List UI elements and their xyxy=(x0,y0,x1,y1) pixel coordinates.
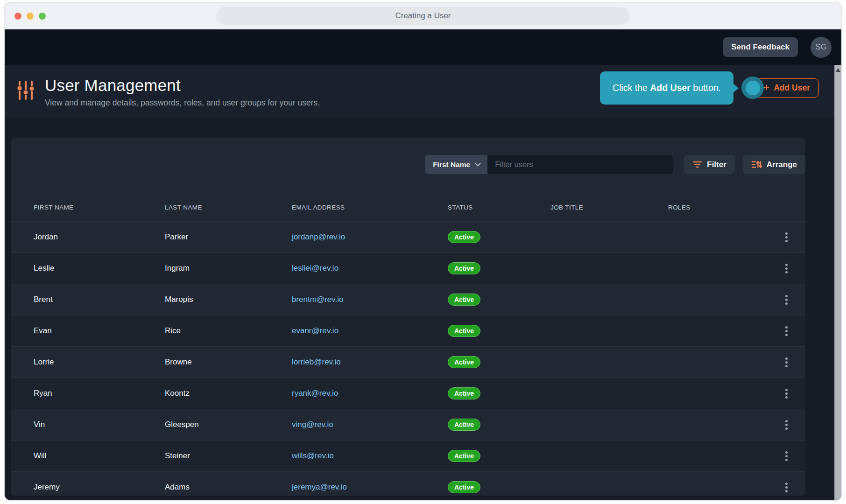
table-row: Evan Rice evanr@rev.io Active xyxy=(11,315,805,346)
cell-last-name: Parker xyxy=(165,232,292,242)
row-actions-kebab-button[interactable] xyxy=(783,355,790,370)
email-link[interactable]: lorrieb@rev.io xyxy=(292,357,341,366)
cell-last-name: Maropis xyxy=(165,295,292,304)
chevron-down-icon xyxy=(475,162,481,167)
tour-tooltip: Click the Add User button. xyxy=(600,71,733,105)
minimize-window-button[interactable] xyxy=(27,13,34,20)
add-user-label: Add User xyxy=(774,83,810,93)
filter-button[interactable]: Filter xyxy=(684,155,735,174)
cell-first-name: Jeremy xyxy=(34,483,165,492)
row-actions-kebab-button[interactable] xyxy=(783,323,790,339)
close-window-button[interactable] xyxy=(14,13,21,20)
row-actions-kebab-button[interactable] xyxy=(783,448,790,464)
cell-first-name: Jordan xyxy=(34,232,165,242)
filter-button-label: Filter xyxy=(707,160,726,169)
table-row: Will Steiner wills@rev.io Active xyxy=(11,440,805,471)
cell-first-name: Brent xyxy=(34,295,165,304)
status-badge: Active xyxy=(448,325,480,337)
tooltip-highlight: Add User xyxy=(650,83,691,93)
arrange-button-label: Arrange xyxy=(767,160,797,169)
status-badge: Active xyxy=(448,387,480,399)
page-title-text: Creating a User xyxy=(395,11,451,21)
vertical-scrollbar[interactable] xyxy=(834,65,841,500)
status-badge: Active xyxy=(448,262,480,274)
email-link[interactable]: jeremya@rev.io xyxy=(292,483,347,491)
email-link[interactable]: lesliei@rev.io xyxy=(292,264,338,273)
header-status: STATUS xyxy=(448,204,550,211)
row-actions-kebab-button[interactable] xyxy=(783,292,790,308)
table-body: Jordan Parker jordanp@rev.io Active Lesl… xyxy=(11,221,805,496)
table-row: Jordan Parker jordanp@rev.io Active xyxy=(11,221,805,252)
cell-last-name: Steiner xyxy=(165,451,292,461)
filter-icon xyxy=(692,161,702,168)
maximize-window-button[interactable] xyxy=(39,13,46,20)
filter-toolbar: First Name Filter xyxy=(11,138,805,174)
status-badge: Active xyxy=(448,419,480,431)
email-link[interactable]: brentm@rev.io xyxy=(292,295,343,304)
tooltip-text: Click the xyxy=(613,83,650,93)
table-row: Ryan Koontz ryank@rev.io Active xyxy=(11,378,805,409)
row-actions-kebab-button[interactable] xyxy=(783,480,790,495)
cell-last-name: Koontz xyxy=(165,389,292,398)
window-controls xyxy=(14,13,46,20)
page-subtitle: View and manage details, passwords, role… xyxy=(45,98,320,108)
users-table-card: First Name Filter xyxy=(11,138,805,496)
add-user-button[interactable]: + Add User xyxy=(755,78,819,98)
cell-first-name: Lorrie xyxy=(34,357,165,367)
table-header-row: FIRST NAME LAST NAME EMAIL ADDRESS STATU… xyxy=(11,193,805,221)
cell-first-name: Vin xyxy=(34,420,165,429)
app-topbar: Send Feedback SG xyxy=(5,29,841,65)
tour-beacon[interactable] xyxy=(741,77,764,99)
arrange-button[interactable]: Arrange xyxy=(743,155,805,174)
filter-users-input[interactable] xyxy=(487,155,673,174)
cell-last-name: Rice xyxy=(165,326,292,336)
scroll-up-arrow-icon[interactable] xyxy=(836,68,840,72)
sort-arrange-icon xyxy=(751,160,762,169)
email-link[interactable]: wills@rev.io xyxy=(292,451,334,460)
browser-window: Creating a User Send Feedback SG User Ma… xyxy=(4,2,842,501)
row-actions-kebab-button[interactable] xyxy=(783,386,790,401)
cell-last-name: Ingram xyxy=(165,264,292,273)
table-row: Jeremy Adams jeremya@rev.io Active xyxy=(11,471,805,496)
cell-last-name: Adams xyxy=(165,483,292,492)
tooltip-text-suffix: button. xyxy=(691,83,721,93)
row-actions-kebab-button[interactable] xyxy=(783,230,790,245)
email-link[interactable]: jordanp@rev.io xyxy=(292,232,345,241)
cell-last-name: Browne xyxy=(165,357,292,367)
row-actions-kebab-button[interactable] xyxy=(783,417,790,433)
email-link[interactable]: ving@rev.io xyxy=(292,420,333,429)
email-link[interactable]: ryank@rev.io xyxy=(292,389,338,398)
plus-icon: + xyxy=(763,82,769,93)
header-first-name: FIRST NAME xyxy=(34,204,165,211)
address-bar[interactable]: Creating a User xyxy=(216,7,630,25)
cell-first-name: Leslie xyxy=(34,264,165,273)
main-content: First Name Filter xyxy=(5,117,841,500)
status-badge: Active xyxy=(448,231,480,243)
cell-last-name: Gleespen xyxy=(165,420,292,429)
table-row: Brent Maropis brentm@rev.io Active xyxy=(11,284,805,315)
page-heading: User Management xyxy=(45,76,320,95)
cell-first-name: Ryan xyxy=(34,389,165,398)
status-badge: Active xyxy=(448,481,480,493)
user-avatar[interactable]: SG xyxy=(811,37,832,58)
header-last-name: LAST NAME xyxy=(165,204,292,211)
row-actions-kebab-button[interactable] xyxy=(783,261,790,276)
table-row: Vin Gleespen ving@rev.io Active xyxy=(11,409,805,440)
header-email: EMAIL ADDRESS xyxy=(292,204,448,211)
table-row: Lorrie Browne lorrieb@rev.io Active xyxy=(11,346,805,378)
cell-first-name: Evan xyxy=(34,326,165,336)
header-job-title: JOB TITLE xyxy=(550,204,668,211)
browser-titlebar: Creating a User xyxy=(5,3,841,29)
table-row: Leslie Ingram lesliei@rev.io Active xyxy=(11,252,805,284)
tour-beacon-core xyxy=(746,81,760,95)
filter-column-select[interactable]: First Name xyxy=(425,155,487,174)
status-badge: Active xyxy=(448,450,480,462)
filter-column-value: First Name xyxy=(433,161,470,169)
header-roles: ROLES xyxy=(668,204,767,211)
status-badge: Active xyxy=(448,356,480,368)
page-header: User Management View and manage details,… xyxy=(5,65,841,117)
status-badge: Active xyxy=(448,294,480,306)
cell-first-name: Will xyxy=(34,451,165,461)
email-link[interactable]: evanr@rev.io xyxy=(292,326,338,335)
send-feedback-button[interactable]: Send Feedback xyxy=(723,37,798,57)
